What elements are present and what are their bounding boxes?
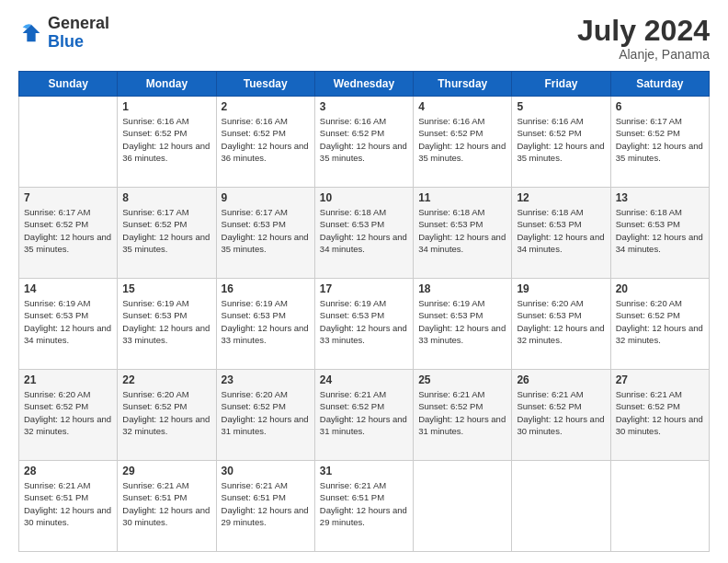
day-info: Sunrise: 6:16 AM Sunset: 6:52 PM Dayligh… (320, 115, 408, 164)
day-number: 11 (418, 191, 506, 204)
calendar-week-4: 21Sunrise: 6:20 AM Sunset: 6:52 PM Dayli… (19, 370, 710, 461)
col-tuesday: Tuesday (216, 72, 314, 97)
table-row: 11Sunrise: 6:18 AM Sunset: 6:53 PM Dayli… (414, 188, 512, 279)
day-number: 22 (122, 373, 210, 386)
table-row: 20Sunrise: 6:20 AM Sunset: 6:52 PM Dayli… (610, 279, 709, 370)
table-row: 13Sunrise: 6:18 AM Sunset: 6:53 PM Dayli… (610, 188, 709, 279)
day-info: Sunrise: 6:19 AM Sunset: 6:53 PM Dayligh… (122, 297, 210, 346)
page: General Blue July 2024 Alanje, Panama Su… (0, 0, 728, 563)
day-info: Sunrise: 6:18 AM Sunset: 6:53 PM Dayligh… (517, 206, 605, 255)
day-number: 13 (616, 191, 704, 204)
calendar-table: Sunday Monday Tuesday Wednesday Thursday… (18, 71, 710, 552)
day-info: Sunrise: 6:18 AM Sunset: 6:53 PM Dayligh… (616, 206, 704, 255)
day-number: 20 (616, 282, 704, 295)
title-block: July 2024 Alanje, Panama (577, 15, 710, 62)
month-title: July 2024 (577, 15, 710, 47)
day-number: 26 (517, 373, 605, 386)
day-number: 10 (320, 191, 408, 204)
calendar-week-3: 14Sunrise: 6:19 AM Sunset: 6:53 PM Dayli… (19, 279, 710, 370)
day-info: Sunrise: 6:21 AM Sunset: 6:51 PM Dayligh… (320, 479, 408, 528)
table-row: 23Sunrise: 6:20 AM Sunset: 6:52 PM Dayli… (216, 370, 314, 461)
day-info: Sunrise: 6:20 AM Sunset: 6:52 PM Dayligh… (222, 388, 310, 437)
table-row: 17Sunrise: 6:19 AM Sunset: 6:53 PM Dayli… (314, 279, 413, 370)
day-number: 4 (418, 100, 506, 113)
day-number: 6 (616, 100, 704, 113)
day-info: Sunrise: 6:20 AM Sunset: 6:52 PM Dayligh… (24, 388, 112, 437)
header: General Blue July 2024 Alanje, Panama (18, 15, 710, 62)
table-row: 8Sunrise: 6:17 AM Sunset: 6:52 PM Daylig… (118, 188, 216, 279)
table-row: 30Sunrise: 6:21 AM Sunset: 6:51 PM Dayli… (216, 461, 314, 552)
day-info: Sunrise: 6:17 AM Sunset: 6:52 PM Dayligh… (122, 206, 210, 255)
calendar-week-2: 7Sunrise: 6:17 AM Sunset: 6:52 PM Daylig… (19, 188, 710, 279)
day-number: 17 (320, 282, 408, 295)
calendar-header-row: Sunday Monday Tuesday Wednesday Thursday… (19, 72, 710, 97)
day-number: 3 (320, 100, 408, 113)
table-row: 16Sunrise: 6:19 AM Sunset: 6:53 PM Dayli… (216, 279, 314, 370)
logo-text: General Blue (48, 15, 109, 52)
table-row: 14Sunrise: 6:19 AM Sunset: 6:53 PM Dayli… (19, 279, 118, 370)
day-info: Sunrise: 6:17 AM Sunset: 6:52 PM Dayligh… (24, 206, 112, 255)
day-info: Sunrise: 6:16 AM Sunset: 6:52 PM Dayligh… (122, 115, 210, 164)
day-number: 31 (320, 465, 408, 477)
day-number: 19 (517, 282, 605, 295)
day-info: Sunrise: 6:21 AM Sunset: 6:52 PM Dayligh… (320, 388, 408, 437)
day-number: 7 (24, 191, 112, 204)
logo-icon (18, 20, 44, 46)
day-info: Sunrise: 6:20 AM Sunset: 6:52 PM Dayligh… (122, 388, 210, 437)
table-row: 1Sunrise: 6:16 AM Sunset: 6:52 PM Daylig… (118, 97, 216, 188)
table-row: 31Sunrise: 6:21 AM Sunset: 6:51 PM Dayli… (314, 461, 413, 552)
col-wednesday: Wednesday (314, 72, 413, 97)
location-subtitle: Alanje, Panama (577, 47, 710, 62)
table-row: 28Sunrise: 6:21 AM Sunset: 6:51 PM Dayli… (19, 461, 118, 552)
day-info: Sunrise: 6:21 AM Sunset: 6:52 PM Dayligh… (418, 388, 506, 437)
table-row: 3Sunrise: 6:16 AM Sunset: 6:52 PM Daylig… (314, 97, 413, 188)
col-thursday: Thursday (414, 72, 512, 97)
day-info: Sunrise: 6:21 AM Sunset: 6:52 PM Dayligh… (517, 388, 605, 437)
calendar-week-1: 1Sunrise: 6:16 AM Sunset: 6:52 PM Daylig… (19, 97, 710, 188)
day-info: Sunrise: 6:16 AM Sunset: 6:52 PM Dayligh… (418, 115, 506, 164)
col-saturday: Saturday (610, 72, 709, 97)
table-row: 7Sunrise: 6:17 AM Sunset: 6:52 PM Daylig… (19, 188, 118, 279)
day-number: 29 (122, 465, 210, 477)
logo: General Blue (18, 15, 109, 52)
table-row: 21Sunrise: 6:20 AM Sunset: 6:52 PM Dayli… (19, 370, 118, 461)
day-info: Sunrise: 6:19 AM Sunset: 6:53 PM Dayligh… (418, 297, 506, 346)
day-number: 24 (320, 373, 408, 386)
day-info: Sunrise: 6:17 AM Sunset: 6:52 PM Dayligh… (616, 115, 704, 164)
day-number: 2 (222, 100, 310, 113)
table-row: 9Sunrise: 6:17 AM Sunset: 6:53 PM Daylig… (216, 188, 314, 279)
day-info: Sunrise: 6:19 AM Sunset: 6:53 PM Dayligh… (24, 297, 112, 346)
day-info: Sunrise: 6:16 AM Sunset: 6:52 PM Dayligh… (517, 115, 605, 164)
day-info: Sunrise: 6:19 AM Sunset: 6:53 PM Dayligh… (222, 297, 310, 346)
day-info: Sunrise: 6:21 AM Sunset: 6:52 PM Dayligh… (616, 388, 704, 437)
table-row: 26Sunrise: 6:21 AM Sunset: 6:52 PM Dayli… (512, 370, 610, 461)
day-number: 23 (222, 373, 310, 386)
day-info: Sunrise: 6:21 AM Sunset: 6:51 PM Dayligh… (122, 479, 210, 528)
table-row: 25Sunrise: 6:21 AM Sunset: 6:52 PM Dayli… (414, 370, 512, 461)
day-info: Sunrise: 6:17 AM Sunset: 6:53 PM Dayligh… (222, 206, 310, 255)
table-row (512, 461, 610, 552)
day-info: Sunrise: 6:20 AM Sunset: 6:53 PM Dayligh… (517, 297, 605, 346)
day-number: 28 (24, 465, 112, 477)
day-number: 18 (418, 282, 506, 295)
day-number: 14 (24, 282, 112, 295)
table-row: 4Sunrise: 6:16 AM Sunset: 6:52 PM Daylig… (414, 97, 512, 188)
table-row: 15Sunrise: 6:19 AM Sunset: 6:53 PM Dayli… (118, 279, 216, 370)
table-row: 6Sunrise: 6:17 AM Sunset: 6:52 PM Daylig… (610, 97, 709, 188)
day-number: 1 (122, 100, 210, 113)
day-number: 15 (122, 282, 210, 295)
table-row (610, 461, 709, 552)
table-row: 29Sunrise: 6:21 AM Sunset: 6:51 PM Dayli… (118, 461, 216, 552)
table-row: 19Sunrise: 6:20 AM Sunset: 6:53 PM Dayli… (512, 279, 610, 370)
day-number: 21 (24, 373, 112, 386)
day-number: 9 (222, 191, 310, 204)
col-monday: Monday (118, 72, 216, 97)
day-number: 5 (517, 100, 605, 113)
day-info: Sunrise: 6:20 AM Sunset: 6:52 PM Dayligh… (616, 297, 704, 346)
day-number: 12 (517, 191, 605, 204)
logo-general: General (48, 14, 109, 32)
day-info: Sunrise: 6:21 AM Sunset: 6:51 PM Dayligh… (24, 479, 112, 528)
table-row: 24Sunrise: 6:21 AM Sunset: 6:52 PM Dayli… (314, 370, 413, 461)
table-row: 2Sunrise: 6:16 AM Sunset: 6:52 PM Daylig… (216, 97, 314, 188)
table-row: 12Sunrise: 6:18 AM Sunset: 6:53 PM Dayli… (512, 188, 610, 279)
